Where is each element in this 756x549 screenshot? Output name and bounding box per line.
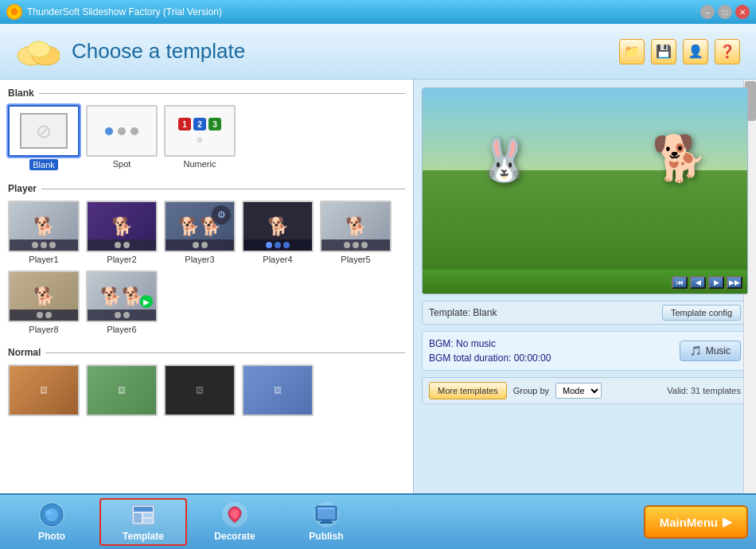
header: Choose a template 📁 💾 👤 ❓ [0, 24, 756, 80]
dot3 [131, 127, 138, 135]
template-item-blank[interactable]: ⊘ Blank [8, 105, 80, 170]
folder-button[interactable]: 📁 [619, 39, 645, 64]
nav-item-decorate[interactable]: Decorate [191, 498, 279, 546]
player-section: Player 🐕 [8, 183, 405, 337]
music-button-label: Music [706, 345, 731, 356]
music-icon: 🎵 [690, 345, 702, 356]
template-nav-label: Template [123, 531, 164, 542]
player1-bar [10, 239, 78, 251]
left-panel: Blank ⊘ Blank [0, 80, 414, 493]
close-button[interactable]: ✕ [735, 5, 750, 19]
dog-animal: 🐕 [652, 132, 707, 185]
player-grid: 🐕 Player1 [8, 197, 405, 337]
maximize-button[interactable]: □ [718, 5, 732, 19]
prev-button[interactable]: ◀ [690, 276, 706, 289]
preview-area: 🐰 🐕 ⏮ ◀ ▶ ▶▶ [422, 88, 748, 294]
template-config-button[interactable]: Template config [662, 305, 741, 321]
more-templates-button[interactable]: More templates [429, 382, 507, 399]
player5-icon: 🐕 [345, 216, 367, 237]
play-button[interactable]: ▶ [708, 276, 724, 289]
template-item-player8[interactable]: 🐕 Player8 [8, 271, 80, 334]
p5-bar-btn1 [344, 242, 350, 248]
svg-point-4 [28, 41, 50, 57]
p5-bar-btn3 [361, 242, 368, 248]
template-list[interactable]: Blank ⊘ Blank [0, 80, 413, 493]
rewind-button[interactable]: ⏮ [672, 276, 688, 289]
next-button[interactable]: ▶▶ [727, 276, 742, 289]
template-item-player6[interactable]: 🐕🐕 ▶ Player6 [86, 271, 158, 334]
player1-icon: 🐕 [33, 216, 55, 237]
template-item-player1[interactable]: 🐕 Player1 [8, 201, 80, 264]
template-name: Template: Blank [429, 307, 497, 318]
save-button[interactable]: 💾 [651, 39, 676, 64]
player5-label: Player5 [341, 255, 370, 264]
template-item-player2[interactable]: 🐕 Player2 [86, 201, 158, 264]
blank-grid: ⊘ Blank Spot [8, 102, 405, 173]
blank-inner-icon: ⊘ [20, 113, 68, 149]
player3-overlay: ⚙ [212, 205, 231, 224]
p2-bar-btn2 [123, 242, 130, 248]
player2-icon: 🐕 [111, 216, 133, 237]
publish-label: Publish [309, 531, 343, 542]
nav-item-template[interactable]: Template [99, 498, 187, 546]
numeric-content: 1 2 3 ⊘ [178, 118, 221, 144]
template-item-normal4[interactable]: 🖼 [242, 364, 314, 416]
template-item-player5[interactable]: 🐕 Player5 [320, 201, 392, 264]
nav-item-photo[interactable]: Photo [8, 498, 95, 546]
right-panel: 🐰 🐕 ⏮ ◀ ▶ ▶▶ Template: Blank Template co… [414, 80, 756, 493]
bottom-nav: Photo Template Decorate [0, 493, 756, 549]
template-item-normal2[interactable]: 🖼 [86, 364, 158, 416]
main-menu-arrow: ▶ [723, 515, 732, 529]
player6-label: Player6 [107, 325, 136, 334]
page-title: Choose a template [72, 39, 245, 64]
numeric-thumb: 1 2 3 ⊘ [164, 105, 236, 157]
p6-bar-btn2 [123, 312, 130, 318]
more-templates-bar: More templates Group by Mode Style Color… [422, 377, 748, 404]
player5-bar [321, 239, 390, 251]
template-item-numeric[interactable]: 1 2 3 ⊘ Numeric [164, 105, 236, 170]
p3-bar-btn1 [193, 242, 199, 248]
decorate-icon [222, 502, 247, 528]
p3-bar-btn2 [201, 242, 208, 248]
normal2-icon: 🖼 [118, 386, 126, 395]
help-button[interactable]: ❓ [715, 39, 740, 64]
main-menu-button[interactable]: MainMenu ▶ [644, 505, 748, 539]
svg-rect-9 [134, 507, 153, 512]
music-button[interactable]: 🎵 Music [680, 341, 741, 361]
player1-label: Player1 [29, 255, 58, 264]
normal1-icon: 🖼 [40, 386, 48, 395]
p4-bar-btn3 [283, 242, 290, 248]
num1: 1 [178, 118, 191, 130]
template-info-bar: Template: Blank Template config [422, 301, 748, 325]
user-button[interactable]: 👤 [683, 39, 708, 64]
player-section-label: Player [8, 183, 405, 194]
blank-label: Blank [29, 159, 58, 170]
player4-icon: 🐕 [267, 216, 289, 237]
player3-bar [166, 239, 234, 251]
bar-btn1 [32, 242, 38, 248]
template-item-normal1[interactable]: 🖼 [8, 364, 80, 416]
app-title: ThunderSoft Slideshow Factory (Trial Ver… [27, 6, 696, 18]
bar-btn3 [49, 242, 56, 248]
blank-section-label: Blank [8, 88, 405, 99]
player8-icon: 🐕 [33, 286, 55, 307]
bgm-info: BGM: No music BGM total duration: 00:00:… [429, 338, 551, 364]
template-item-player3[interactable]: 🐕🐕 ⚙ Player3 [164, 201, 236, 264]
blank-thumb: ⊘ [8, 105, 80, 157]
player8-bar [10, 310, 78, 321]
numeric-divider: ⊘ [197, 136, 203, 144]
dot2 [118, 127, 126, 135]
player2-bar [88, 239, 156, 251]
minimize-button[interactable]: – [700, 5, 715, 19]
template-item-normal3[interactable]: 🖼 [164, 364, 236, 416]
app-icon [6, 4, 22, 20]
photo-icon [39, 502, 64, 528]
group-by-select[interactable]: Mode Style Color [555, 383, 602, 399]
normal4-image: 🖼 [244, 366, 312, 415]
p4-bar-btn1 [266, 242, 272, 248]
normal3-icon: 🖼 [196, 386, 204, 395]
template-item-player4[interactable]: 🐕 Player4 [242, 201, 314, 264]
normal2-image: 🖼 [88, 366, 156, 415]
template-item-spot[interactable]: Spot [86, 105, 158, 170]
nav-item-publish[interactable]: Publish [283, 498, 370, 546]
